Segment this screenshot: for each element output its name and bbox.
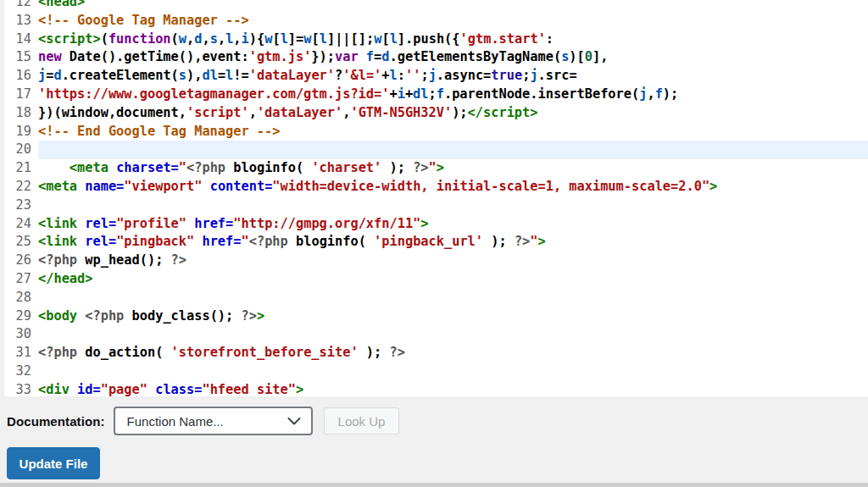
function-name-select[interactable]: Function Name... (114, 407, 313, 435)
code-text (38, 196, 868, 215)
editor-footer: Documentation: Function Name... Look Up … (0, 396, 868, 487)
code-text: <?php wp_head(); ?> (38, 252, 868, 270)
chevron-down-icon (287, 418, 301, 425)
code-line[interactable]: 27</head> (4, 270, 868, 289)
line-number: 33 (4, 381, 38, 396)
code-line[interactable]: 17'https://www.googletagmanager.com/gtm.… (4, 86, 868, 104)
line-number: 14 (4, 30, 38, 49)
code-line[interactable]: 24<link rel="profile" href="http://gmpg.… (4, 215, 868, 234)
code-line[interactable]: 32 (4, 362, 868, 381)
code-line[interactable]: 14<script>(function(w,d,s,l,i){w[l]=w[l]… (4, 30, 868, 49)
code-line[interactable]: 15new Date().getTime(),event:'gtm.js'});… (4, 48, 868, 67)
code-text: </head> (38, 270, 868, 289)
code-text: j=d.createElement(s),dl=l!='dataLayer'?'… (38, 67, 868, 86)
line-number: 25 (4, 233, 38, 252)
line-number: 17 (4, 86, 38, 104)
line-number: 32 (4, 362, 38, 381)
line-number: 24 (4, 215, 38, 234)
code-line[interactable]: 13<!-- Google Tag Manager --> (4, 12, 868, 30)
code-line[interactable]: 25<link rel="pingback" href="<?php blogi… (4, 233, 868, 252)
code-text: <head> (38, 0, 868, 12)
code-text: new Date().getTime(),event:'gtm.js'});va… (38, 48, 868, 67)
line-number: 26 (4, 252, 38, 270)
code-text: <div id="page" class="hfeed site"> (38, 381, 868, 396)
code-line[interactable]: 30 (4, 325, 868, 344)
line-number: 13 (4, 12, 38, 30)
line-number: 15 (4, 48, 38, 67)
page: { "editor": { "active_line": 20, "syntax… (0, 0, 868, 487)
look-up-button[interactable]: Look Up (324, 407, 400, 434)
code-text (38, 289, 868, 307)
line-number: 18 (4, 104, 38, 123)
code-text: <!-- Google Tag Manager --> (38, 12, 868, 30)
function-name-select-value: Function Name... (127, 414, 224, 429)
line-number: 19 (4, 123, 38, 141)
line-number: 16 (4, 67, 38, 86)
code-line[interactable]: 21 <meta charset="<?php bloginfo( 'chars… (4, 159, 868, 178)
line-number: 30 (4, 325, 38, 344)
code-text: <body <?php body_class(); ?>> (38, 307, 868, 326)
code-text: 'https://www.googletagmanager.com/gtm.js… (38, 86, 868, 104)
line-number: 27 (4, 270, 38, 289)
line-number: 28 (4, 289, 38, 307)
code-line[interactable]: 16j=d.createElement(s),dl=l!='dataLayer'… (4, 67, 868, 86)
code-text: <link rel="pingback" href="<?php bloginf… (38, 233, 868, 252)
code-line[interactable]: 12<head> (4, 0, 868, 12)
code-text (38, 325, 868, 344)
code-line[interactable]: 33<div id="page" class="hfeed site"> (4, 381, 868, 396)
code-line[interactable]: 29<body <?php body_class(); ?>> (4, 307, 868, 326)
code-text: })(window,document,'script','dataLayer',… (38, 104, 868, 123)
code-text (38, 141, 868, 159)
line-number: 12 (4, 0, 38, 12)
code-line[interactable]: 28 (4, 289, 868, 307)
code-line[interactable]: 22<meta name="viewport" content="width=d… (4, 178, 868, 196)
documentation-row: Documentation: Function Name... Look Up (7, 407, 868, 435)
update-file-button-label: Update File (19, 457, 88, 471)
line-number: 29 (4, 307, 38, 326)
code-text: <script>(function(w,d,s,l,i){w[l]=w[l]||… (38, 30, 868, 49)
look-up-button-label: Look Up (338, 414, 386, 429)
documentation-label: Documentation: (7, 414, 105, 429)
code-editor[interactable]: 12<head>13<!-- Google Tag Manager -->14<… (4, 0, 868, 396)
code-text: <meta charset="<?php bloginfo( 'charset'… (38, 159, 868, 178)
code-editor-content[interactable]: 12<head>13<!-- Google Tag Manager -->14<… (4, 0, 868, 396)
code-text: <link rel="profile" href="http://gmpg.or… (38, 215, 868, 234)
code-text: <?php do_action( 'storefront_before_site… (38, 344, 868, 362)
code-line[interactable]: 23 (4, 196, 868, 215)
code-text: <meta name="viewport" content="width=dev… (38, 178, 868, 196)
code-line[interactable]: 19<!-- End Google Tag Manager --> (4, 123, 868, 141)
line-number: 21 (4, 159, 38, 178)
code-line[interactable]: 31<?php do_action( 'storefront_before_si… (4, 344, 868, 362)
code-line[interactable]: 18})(window,document,'script','dataLayer… (4, 104, 868, 123)
line-number: 31 (4, 344, 38, 362)
code-line[interactable]: 20 (4, 141, 868, 159)
code-text: <!-- End Google Tag Manager --> (38, 123, 868, 141)
window-bottom-edge (0, 483, 868, 487)
line-number: 22 (4, 178, 38, 196)
line-number: 20 (4, 141, 38, 159)
code-line[interactable]: 26<?php wp_head(); ?> (4, 252, 868, 270)
code-text (38, 362, 868, 381)
update-file-button[interactable]: Update File (7, 447, 100, 479)
line-number: 23 (4, 196, 38, 215)
